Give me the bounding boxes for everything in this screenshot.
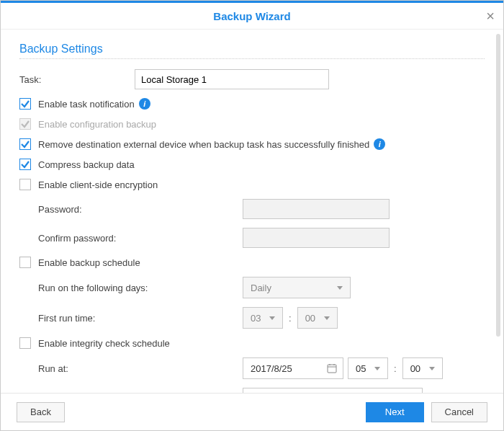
confirm-password-label: Confirm password: — [38, 233, 243, 244]
back-button[interactable]: Back — [17, 402, 65, 422]
enable-config-backup-row: Enable configuration backup — [19, 118, 485, 130]
first-run-label: First run time: — [38, 313, 243, 324]
compress-checkbox[interactable] — [19, 159, 31, 170]
run-days-row: Run on the following days: Daily — [38, 277, 485, 298]
encrypt-checkbox[interactable] — [19, 179, 31, 190]
enable-notification-checkbox[interactable] — [19, 98, 31, 110]
titlebar: Backup Wizard × — [1, 1, 503, 30]
encrypt-label: Enable client-side encryption — [38, 179, 158, 190]
run-days-select[interactable]: Daily — [243, 277, 351, 298]
remove-device-checkbox[interactable] — [19, 138, 31, 150]
task-row: Task: — [19, 69, 485, 89]
run-at-date-value: 2017/8/25 — [251, 363, 292, 374]
frequency-select[interactable]: weekly — [243, 388, 423, 393]
task-label: Task: — [19, 74, 135, 85]
remove-device-label: Remove destination external device when … — [38, 139, 369, 150]
enable-notification-label: Enable task notification — [38, 99, 135, 110]
divider — [19, 58, 485, 59]
frequency-row: Frequency: weekly — [38, 388, 485, 393]
schedule-checkbox[interactable] — [19, 257, 31, 268]
task-name-input[interactable] — [135, 69, 329, 89]
scrollbar-track[interactable] — [496, 34, 500, 390]
compress-label: Compress backup data — [38, 159, 135, 170]
info-icon[interactable]: i — [139, 98, 150, 110]
first-run-row: First run time: 03 : 00 — [38, 307, 485, 329]
enable-config-backup-checkbox — [19, 118, 31, 130]
compress-row[interactable]: Compress backup data — [19, 159, 485, 170]
run-at-hour-select[interactable]: 05 — [348, 357, 388, 379]
integrity-label: Enable integrity check schedule — [38, 338, 170, 349]
password-input — [243, 199, 390, 219]
info-icon[interactable]: i — [374, 138, 385, 150]
password-row: Password: — [38, 199, 485, 219]
confirm-password-input — [243, 228, 390, 248]
time-colon: : — [289, 313, 292, 324]
content-area: Backup Settings Task: Enable task notifi… — [1, 30, 503, 393]
run-at-label: Run at: — [38, 363, 243, 374]
integrity-row[interactable]: Enable integrity check schedule — [19, 337, 485, 349]
schedule-label: Enable backup schedule — [38, 257, 140, 268]
cancel-button[interactable]: Cancel — [431, 402, 487, 422]
first-run-minute-select[interactable]: 00 — [297, 307, 338, 329]
enable-config-backup-label: Enable configuration backup — [38, 119, 156, 130]
schedule-row[interactable]: Enable backup schedule — [19, 257, 485, 268]
section-title: Backup Settings — [19, 43, 485, 55]
scrollbar-thumb[interactable] — [496, 34, 500, 337]
time-colon: : — [394, 363, 397, 374]
confirm-password-row: Confirm password: — [38, 228, 485, 248]
next-button[interactable]: Next — [366, 402, 424, 422]
enable-notification-row[interactable]: Enable task notification i — [19, 98, 485, 110]
calendar-icon — [327, 363, 337, 373]
encrypt-row[interactable]: Enable client-side encryption — [19, 179, 485, 190]
integrity-checkbox[interactable] — [19, 337, 31, 349]
run-at-row: Run at: 2017/8/25 05 : 00 — [38, 357, 485, 379]
run-days-label: Run on the following days: — [38, 283, 243, 293]
remove-device-row[interactable]: Remove destination external device when … — [19, 138, 485, 150]
first-run-hour-select[interactable]: 03 — [243, 307, 283, 329]
svg-rect-0 — [328, 365, 336, 373]
run-at-minute-select[interactable]: 00 — [402, 357, 443, 379]
password-label: Password: — [38, 204, 243, 215]
backup-wizard-window: Backup Wizard × Backup Settings Task: En… — [0, 0, 504, 431]
run-at-date-picker[interactable]: 2017/8/25 — [243, 357, 343, 379]
close-icon[interactable]: × — [486, 8, 495, 25]
footer: Back Next Cancel — [1, 393, 503, 430]
window-title: Backup Wizard — [213, 10, 290, 22]
